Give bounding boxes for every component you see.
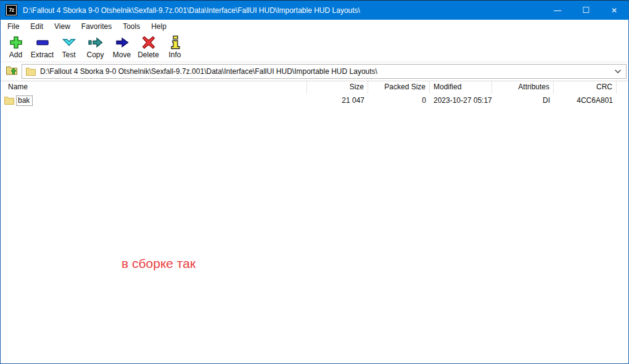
minimize-button[interactable]: — xyxy=(543,1,572,20)
annotation-text: в сборке так xyxy=(121,256,195,271)
file-list: Name Size Packed Size Modified Attribute… xyxy=(1,81,628,363)
toolbar-button-label: Copy xyxy=(86,51,104,59)
column-header-size[interactable]: Size xyxy=(307,81,368,94)
menu-item-help[interactable]: Help xyxy=(146,20,172,33)
test-button[interactable]: Test xyxy=(56,35,82,59)
list-header: Name Size Packed Size Modified Attribute… xyxy=(1,81,628,94)
chevron-down-icon[interactable] xyxy=(612,69,623,74)
title-bar: 7z D:\Fallout 4 Sborka 9-0 Otshelnik\Sex… xyxy=(1,1,628,20)
close-icon: ✕ xyxy=(611,6,617,15)
window-title: D:\Fallout 4 Sborka 9-0 Otshelnik\Sexfal… xyxy=(23,6,360,15)
cell-attributes: DI xyxy=(492,96,554,105)
path-combobox[interactable]: D:\Fallout 4 Sborka 9-0 Otshelnik\Sexfal… xyxy=(22,64,627,79)
parent-folder-button[interactable] xyxy=(2,63,22,79)
menu-item-favorites[interactable]: Favorites xyxy=(76,20,117,33)
menu-item-tools[interactable]: Tools xyxy=(117,20,146,33)
move-button[interactable]: Move xyxy=(109,35,135,59)
toolbar-button-label: Test xyxy=(62,51,75,59)
address-bar: D:\Fallout 4 Sborka 9-0 Otshelnik\Sexfal… xyxy=(1,62,628,81)
toolbar-button-label: Info xyxy=(168,51,181,59)
extract-minus-icon xyxy=(34,35,51,50)
cell-crc: 4CC6A801 xyxy=(554,96,617,105)
extract-button[interactable]: Extract xyxy=(29,35,56,59)
toolbar-button-label: Extract xyxy=(31,51,54,59)
name-cell: bak xyxy=(1,95,307,106)
menu-item-view[interactable]: View xyxy=(49,20,76,33)
maximize-button[interactable]: ☐ xyxy=(572,1,600,20)
caption-buttons: — ☐ ✕ xyxy=(543,1,628,20)
add-button[interactable]: Add xyxy=(2,35,29,59)
column-header-packed-size[interactable]: Packed Size xyxy=(368,81,430,94)
menu-item-edit[interactable]: Edit xyxy=(25,20,49,33)
table-row[interactable]: bak 21 047 0 2023-10-27 05:17 DI 4CC6A80… xyxy=(1,94,628,107)
column-header-modified[interactable]: Modified xyxy=(430,81,492,94)
info-button[interactable]: Info xyxy=(162,35,188,59)
7zip-window: 7z D:\Fallout 4 Sborka 9-0 Otshelnik\Sex… xyxy=(0,0,629,364)
folder-icon xyxy=(4,96,14,105)
minimize-icon: — xyxy=(554,6,561,15)
column-header-attributes[interactable]: Attributes xyxy=(492,81,554,94)
menu-item-file[interactable]: File xyxy=(2,20,25,33)
close-button[interactable]: ✕ xyxy=(600,1,628,20)
toolbar-button-label: Move xyxy=(113,51,131,59)
toolbar-button-label: Add xyxy=(9,51,22,59)
add-plus-icon xyxy=(7,35,25,50)
cell-packed-size: 0 xyxy=(368,96,430,105)
toolbar: Add Extract Test Copy Move xyxy=(1,33,628,62)
copy-button[interactable]: Copy xyxy=(82,35,109,59)
folder-icon xyxy=(26,67,36,76)
toolbar-button-label: Delete xyxy=(138,51,159,59)
column-header-crc[interactable]: CRC xyxy=(554,81,617,94)
path-text: D:\Fallout 4 Sborka 9-0 Otshelnik\Sexfal… xyxy=(40,67,612,76)
delete-button[interactable]: Delete xyxy=(135,35,162,59)
delete-x-icon xyxy=(140,35,157,50)
test-chevron-icon xyxy=(60,35,78,50)
7zip-app-icon: 7z xyxy=(6,5,17,15)
file-name[interactable]: bak xyxy=(16,95,33,106)
cell-size: 21 047 xyxy=(307,96,368,105)
move-arrow-icon xyxy=(113,35,131,50)
copy-arrow-icon xyxy=(87,35,104,50)
cell-modified: 2023-10-27 05:17 xyxy=(430,96,492,105)
parent-folder-icon xyxy=(6,64,18,79)
column-header-name[interactable]: Name xyxy=(1,81,307,94)
maximize-icon: ☐ xyxy=(582,6,590,15)
info-i-icon xyxy=(166,35,184,50)
column-filler xyxy=(617,81,628,94)
menu-bar: File Edit View Favorites Tools Help xyxy=(1,20,628,33)
